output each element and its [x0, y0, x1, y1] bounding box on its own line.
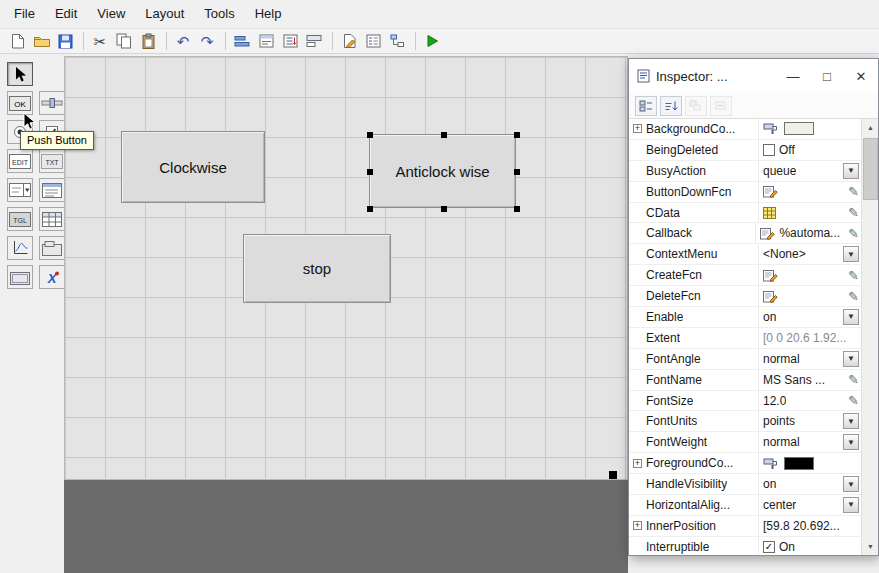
menu-editor-button[interactable]: [255, 30, 277, 52]
property-name-cell[interactable]: BusyAction: [629, 161, 759, 181]
menu-view[interactable]: View: [87, 0, 135, 28]
property-name-cell[interactable]: Interruptible: [629, 537, 759, 555]
property-value-cell[interactable]: Off: [759, 140, 861, 160]
property-value-cell[interactable]: 12.0✎: [759, 391, 861, 411]
property-value[interactable]: queue: [763, 164, 796, 178]
tool-popup-menu[interactable]: [7, 178, 33, 202]
menu-tools[interactable]: Tools: [194, 0, 244, 28]
tool-edit-text[interactable]: EDIT: [7, 149, 33, 173]
editpad-icon[interactable]: [760, 227, 775, 240]
property-value[interactable]: center: [763, 498, 796, 512]
close-button[interactable]: ✕: [844, 59, 878, 93]
canvas-push-button[interactable]: Clockwise: [121, 131, 265, 203]
selection-handle[interactable]: [441, 206, 447, 212]
expand-toggle-icon[interactable]: +: [633, 124, 642, 133]
expand-all-button[interactable]: [685, 96, 707, 116]
property-value-cell[interactable]: center▼: [759, 495, 861, 515]
property-name-cell[interactable]: HandleVisibility: [629, 474, 759, 494]
editpad-icon[interactable]: [763, 185, 778, 198]
property-value-cell[interactable]: ✎: [759, 286, 861, 306]
categorize-button[interactable]: [635, 96, 657, 116]
open-file-button[interactable]: [30, 30, 52, 52]
editor-button[interactable]: [338, 30, 360, 52]
property-value-cell[interactable]: queue▼: [759, 161, 861, 181]
tool-select[interactable]: [7, 62, 33, 86]
property-value-cell[interactable]: normal▼: [759, 349, 861, 369]
property-value-cell[interactable]: [59.8 20.692...: [759, 516, 861, 536]
property-value-cell[interactable]: [759, 453, 861, 473]
tool-activex[interactable]: X: [39, 265, 65, 289]
canvas-push-button[interactable]: Anticlock wise: [369, 134, 516, 208]
property-value[interactable]: <None>: [763, 247, 806, 261]
selection-handle[interactable]: [367, 206, 373, 212]
property-name-cell[interactable]: Enable: [629, 307, 759, 327]
inspector-scrollbar[interactable]: ▲ ▼: [861, 119, 878, 555]
dropdown-arrow-icon[interactable]: ▼: [843, 351, 859, 367]
property-name-cell[interactable]: CData: [629, 203, 759, 223]
paint-icon[interactable]: [763, 457, 780, 470]
edit-pencil-icon[interactable]: ✎: [848, 227, 859, 240]
selection-handle[interactable]: [514, 169, 520, 175]
property-name-cell[interactable]: DeleteFcn: [629, 286, 759, 306]
scroll-up-icon[interactable]: ▲: [862, 119, 879, 136]
undo-button[interactable]: ↶: [172, 30, 194, 52]
property-value[interactable]: MS Sans ...: [763, 373, 825, 387]
save-button[interactable]: [54, 30, 76, 52]
cut-button[interactable]: ✂: [89, 30, 111, 52]
property-value-cell[interactable]: MS Sans ...✎: [759, 370, 861, 390]
menu-file[interactable]: File: [4, 0, 45, 28]
property-value-cell[interactable]: ✓On: [759, 537, 861, 555]
tool-static-text[interactable]: TXT: [39, 149, 65, 173]
alphabetize-button[interactable]: [660, 96, 682, 116]
property-name-cell[interactable]: BeingDeleted: [629, 140, 759, 160]
property-value-cell[interactable]: %automa...✎: [756, 223, 861, 243]
property-name-cell[interactable]: +ForegroundCo...: [629, 453, 759, 473]
property-name-cell[interactable]: FontSize: [629, 391, 759, 411]
property-value[interactable]: normal: [763, 435, 800, 449]
property-value-cell[interactable]: ✎: [759, 182, 861, 202]
checkbox-icon[interactable]: [763, 144, 775, 156]
dropdown-arrow-icon[interactable]: ▼: [843, 476, 859, 492]
expand-toggle-icon[interactable]: +: [633, 521, 642, 530]
property-value[interactable]: [0 0 20.6 1.92...: [763, 331, 846, 345]
property-value-cell[interactable]: points▼: [759, 411, 861, 431]
property-value[interactable]: on: [763, 477, 776, 491]
edit-pencil-icon[interactable]: ✎: [848, 269, 859, 282]
property-value-cell[interactable]: [759, 119, 861, 139]
selection-handle[interactable]: [441, 132, 447, 138]
edit-pencil-icon[interactable]: ✎: [848, 185, 859, 198]
edit-pencil-icon[interactable]: ✎: [848, 394, 859, 407]
property-name-cell[interactable]: ContextMenu: [629, 244, 759, 264]
dropdown-arrow-icon[interactable]: ▼: [843, 163, 859, 179]
dropdown-arrow-icon[interactable]: ▼: [843, 497, 859, 513]
color-swatch[interactable]: [784, 457, 814, 470]
property-name-cell[interactable]: Extent: [629, 328, 759, 348]
scroll-down-icon[interactable]: ▼: [862, 538, 879, 555]
property-value[interactable]: on: [763, 310, 776, 324]
selection-handle[interactable]: [367, 169, 373, 175]
maximize-button[interactable]: □: [810, 59, 844, 93]
dropdown-arrow-icon[interactable]: ▼: [843, 246, 859, 262]
toolbar-editor-button[interactable]: [303, 30, 325, 52]
matrix-icon[interactable]: [763, 207, 776, 219]
redo-button[interactable]: ↷: [196, 30, 218, 52]
edit-pencil-icon[interactable]: ✎: [848, 373, 859, 386]
edit-pencil-icon[interactable]: ✎: [848, 290, 859, 303]
property-value[interactable]: points: [763, 414, 795, 428]
paste-button[interactable]: [137, 30, 159, 52]
dropdown-arrow-icon[interactable]: ▼: [843, 434, 859, 450]
selection-handle[interactable]: [367, 132, 373, 138]
expand-toggle-icon[interactable]: +: [633, 459, 642, 468]
dropdown-arrow-icon[interactable]: ▼: [843, 413, 859, 429]
property-name-cell[interactable]: FontAngle: [629, 349, 759, 369]
property-value-cell[interactable]: <None>▼: [759, 244, 861, 264]
property-name-cell[interactable]: HorizontalAlig...: [629, 495, 759, 515]
run-button[interactable]: [421, 30, 443, 52]
dropdown-arrow-icon[interactable]: ▼: [843, 309, 859, 325]
figure-resize-handle[interactable]: [609, 471, 617, 479]
property-name-cell[interactable]: ButtonDownFcn: [629, 182, 759, 202]
menu-help[interactable]: Help: [245, 0, 292, 28]
property-name-cell[interactable]: CreateFcn: [629, 265, 759, 285]
color-swatch[interactable]: [784, 122, 814, 135]
property-name-cell[interactable]: Callback: [629, 223, 756, 243]
